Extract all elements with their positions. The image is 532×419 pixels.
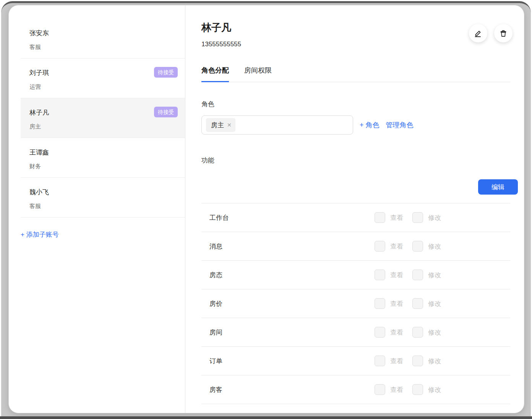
- sidebar-item[interactable]: 王谭鑫 财务: [21, 138, 185, 178]
- role-section-label: 角色: [201, 100, 524, 109]
- add-role-link[interactable]: + 角色: [360, 120, 380, 130]
- sub-account-panel: 张安东 客服 刘子琪 运营 待接受 林子凡 房主 待接受 王谭鑫 财务 魏小飞 …: [8, 5, 524, 413]
- modify-checkbox[interactable]: [412, 327, 423, 338]
- permission-cells: 查看 修改: [375, 413, 441, 413]
- permission-row: 自动化-消息 查看 修改: [201, 404, 510, 413]
- permission-cells: 查看 修改: [375, 270, 441, 280]
- view-checkbox[interactable]: [375, 212, 385, 223]
- view-checkbox[interactable]: [375, 270, 385, 280]
- tab-role-assignment[interactable]: 角色分配: [201, 66, 229, 82]
- manage-roles-link[interactable]: 管理角色: [386, 120, 414, 130]
- permission-row: 房态 查看 修改: [201, 261, 510, 289]
- sidebar-item-role: 客服: [29, 203, 178, 210]
- sidebar-item-name: 魏小飞: [29, 188, 178, 197]
- view-checkbox[interactable]: [375, 327, 385, 338]
- account-list: 张安东 客服 刘子琪 运营 待接受 林子凡 房主 待接受 王谭鑫 财务 魏小飞 …: [9, 19, 185, 218]
- modify-checkbox-label: 修改: [428, 357, 441, 365]
- permission-cells: 查看 修改: [375, 327, 441, 338]
- view-checkbox-label: 查看: [390, 357, 403, 365]
- feature-label: 房态: [209, 271, 375, 279]
- modify-checkbox-label: 修改: [428, 271, 441, 279]
- permission-row: 消息 查看 修改: [201, 232, 510, 261]
- role-links: + 角色 管理角色: [360, 120, 414, 130]
- window-bottom-edge: [0, 416, 532, 419]
- view-checkbox[interactable]: [375, 298, 385, 309]
- view-checkbox-label: 查看: [390, 271, 403, 279]
- account-sidebar: 张安东 客服 刘子琪 运营 待接受 林子凡 房主 待接受 王谭鑫 财务 魏小飞 …: [9, 5, 185, 413]
- edit-account-button[interactable]: [469, 24, 487, 42]
- modify-checkbox[interactable]: [412, 413, 423, 413]
- view-checkbox-label: 查看: [390, 328, 403, 337]
- sidebar-item-role: 客服: [29, 44, 178, 51]
- feature-label: 房间: [209, 328, 375, 337]
- function-section-label: 功能: [201, 156, 524, 165]
- tab-room-permission[interactable]: 房间权限: [244, 66, 272, 82]
- modify-checkbox[interactable]: [412, 212, 423, 223]
- feature-label: 工作台: [209, 213, 375, 222]
- view-checkbox-label: 查看: [390, 242, 403, 251]
- view-checkbox[interactable]: [375, 384, 385, 395]
- permission-row: 房客 查看 修改: [201, 375, 510, 404]
- feature-label: 房客: [209, 385, 375, 394]
- modify-checkbox-label: 修改: [428, 299, 441, 308]
- view-checkbox[interactable]: [375, 413, 385, 413]
- modify-checkbox[interactable]: [412, 384, 423, 395]
- trash-icon: [499, 29, 508, 37]
- header-actions: [469, 24, 513, 42]
- add-sub-account-link[interactable]: + 添加子账号: [21, 230, 59, 239]
- pending-status-badge: 待接受: [154, 67, 178, 78]
- remove-role-tag-icon[interactable]: ✕: [227, 122, 232, 128]
- sidebar-item-name: 张安东: [29, 29, 178, 37]
- permission-row: 房价 查看 修改: [201, 289, 510, 318]
- feature-label: 订单: [209, 357, 375, 365]
- modify-checkbox[interactable]: [412, 356, 423, 366]
- pencil-icon: [474, 29, 482, 37]
- view-checkbox-label: 查看: [390, 213, 403, 222]
- modify-checkbox-label: 修改: [428, 213, 441, 222]
- account-detail: 林子凡 13555555555: [185, 5, 524, 413]
- view-checkbox-label: 查看: [390, 385, 403, 394]
- sidebar-item[interactable]: 刘子琪 运营 待接受: [21, 58, 185, 98]
- edit-row: 编辑: [201, 179, 524, 195]
- permission-row: 订单 查看 修改: [201, 347, 510, 375]
- permission-table: 工作台 查看 修改 消息 查看 修改 房态 查看 修改 房价: [201, 203, 510, 413]
- role-tag: 房主 ✕: [206, 118, 235, 132]
- pending-status-badge: 待接受: [154, 107, 178, 117]
- view-checkbox-label: 查看: [390, 299, 403, 308]
- modify-checkbox[interactable]: [412, 241, 423, 252]
- detail-tabs: 角色分配 房间权限: [201, 66, 510, 82]
- role-row: 房主 ✕ + 角色 管理角色: [201, 115, 524, 135]
- modify-checkbox-label: 修改: [428, 242, 441, 251]
- detail-header: 林子凡 13555555555: [201, 21, 524, 48]
- sidebar-item[interactable]: 魏小飞 客服: [21, 178, 185, 218]
- feature-label: 房价: [209, 299, 375, 308]
- role-select-input[interactable]: 房主 ✕: [201, 115, 353, 135]
- sidebar-item-role: 运营: [29, 83, 178, 91]
- feature-label: 消息: [209, 242, 375, 251]
- sidebar-item-role: 房主: [29, 123, 178, 130]
- modify-checkbox-label: 修改: [428, 385, 441, 394]
- modify-checkbox-label: 修改: [428, 328, 441, 337]
- sidebar-item[interactable]: 张安东 客服: [21, 19, 185, 58]
- permission-cells: 查看 修改: [375, 384, 441, 395]
- permission-cells: 查看 修改: [375, 298, 441, 309]
- role-tag-label: 房主: [211, 121, 224, 130]
- sidebar-item-role: 财务: [29, 163, 178, 170]
- permission-cells: 查看 修改: [375, 212, 441, 223]
- modify-checkbox[interactable]: [412, 270, 423, 280]
- view-checkbox[interactable]: [375, 241, 385, 252]
- view-checkbox[interactable]: [375, 356, 385, 366]
- permission-row: 房间 查看 修改: [201, 318, 510, 347]
- permission-cells: 查看 修改: [375, 356, 441, 366]
- permission-cells: 查看 修改: [375, 241, 441, 252]
- delete-account-button[interactable]: [494, 24, 513, 42]
- modify-checkbox[interactable]: [412, 298, 423, 309]
- edit-permissions-button[interactable]: 编辑: [478, 179, 518, 195]
- permission-row: 工作台 查看 修改: [201, 203, 510, 232]
- sidebar-item[interactable]: 林子凡 房主 待接受: [21, 98, 185, 138]
- sidebar-item-name: 王谭鑫: [29, 148, 178, 157]
